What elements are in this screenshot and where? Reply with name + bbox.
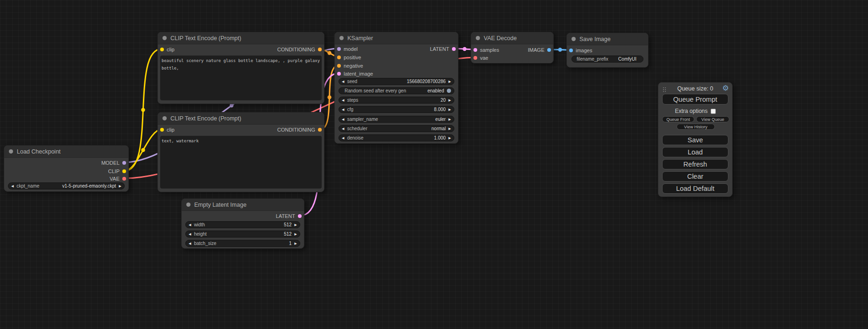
node-collapse-dot[interactable]: [162, 36, 167, 40]
refresh-button[interactable]: Refresh: [662, 159, 728, 169]
toggle-dot[interactable]: [447, 89, 451, 93]
slot-dot-conditioning[interactable]: [318, 128, 322, 132]
increment-arrow-icon[interactable]: ▶: [295, 223, 297, 226]
decrement-arrow-icon[interactable]: ◀: [342, 136, 344, 140]
slot-dot-conditioning[interactable]: [318, 48, 322, 51]
output-slot-conditioning[interactable]: CONDITIONING: [277, 126, 322, 133]
increment-arrow-icon[interactable]: ▶: [449, 80, 451, 83]
increment-arrow-icon[interactable]: ▶: [119, 184, 121, 188]
widget-height[interactable]: ◀ height 512 ▶: [185, 231, 300, 238]
slot-dot-vae[interactable]: [473, 56, 477, 60]
node-title-bar[interactable]: Load Checkpoint: [4, 146, 128, 158]
widget-batch-size[interactable]: ◀ batch_size 1 ▶: [185, 240, 300, 247]
node-title-bar[interactable]: CLIP Text Encode (Prompt): [158, 32, 324, 44]
output-slot-clip[interactable]: CLIP: [108, 168, 126, 175]
decrement-arrow-icon[interactable]: ◀: [11, 184, 14, 188]
widget-random-seed-toggle[interactable]: Random seed after every gen enabled: [339, 87, 454, 94]
node-clip-text-encode-positive[interactable]: CLIP Text Encode (Prompt) clip CONDITION…: [157, 32, 325, 104]
input-slot-vae[interactable]: vae: [473, 55, 488, 61]
node-load-checkpoint[interactable]: Load Checkpoint MODEL CLIP VAE ◀ ckpt_na…: [4, 145, 129, 192]
output-slot-latent[interactable]: LATENT: [430, 46, 456, 52]
input-slot-negative[interactable]: negative: [337, 63, 363, 69]
decrement-arrow-icon[interactable]: ◀: [189, 232, 191, 236]
input-slot-clip[interactable]: clip: [160, 126, 175, 133]
view-queue-button[interactable]: View Queue: [696, 116, 729, 122]
input-slot-images[interactable]: images: [569, 47, 592, 54]
save-button[interactable]: Save: [662, 135, 728, 145]
widget-sampler-name[interactable]: ◀ sampler_name euler ▶: [339, 116, 454, 123]
node-empty-latent-image[interactable]: Empty Latent Image LATENT ◀ width 512 ▶ …: [181, 198, 304, 249]
slot-dot-positive[interactable]: [337, 56, 341, 59]
prompt-textarea[interactable]: beautiful scenery nature glass bottle la…: [160, 56, 322, 100]
slot-dot-model[interactable]: [122, 161, 126, 165]
increment-arrow-icon[interactable]: ▶: [295, 232, 297, 236]
node-vae-decode[interactable]: VAE Decode samples vae IMAGE: [471, 32, 554, 63]
decrement-arrow-icon[interactable]: ◀: [342, 108, 344, 111]
node-collapse-dot[interactable]: [572, 37, 576, 41]
slot-dot-model[interactable]: [337, 47, 341, 51]
decrement-arrow-icon[interactable]: ◀: [189, 223, 191, 226]
slot-dot-clip[interactable]: [160, 128, 164, 132]
node-collapse-dot[interactable]: [9, 149, 13, 154]
slot-dot-clip[interactable]: [160, 48, 164, 51]
node-title-bar[interactable]: Empty Latent Image: [182, 199, 304, 211]
widget-width[interactable]: ◀ width 512 ▶: [185, 221, 300, 228]
input-slot-model[interactable]: model: [337, 46, 358, 52]
prompt-textarea[interactable]: text, watermark: [160, 136, 322, 189]
slot-dot-samples[interactable]: [473, 48, 477, 52]
widget-denoise[interactable]: ◀ denoise 1.000 ▶: [339, 134, 454, 141]
node-title-bar[interactable]: CLIP Text Encode (Prompt): [158, 112, 324, 125]
extra-options-checkbox[interactable]: [711, 109, 716, 114]
node-clip-text-encode-negative[interactable]: CLIP Text Encode (Prompt) clip CONDITION…: [157, 112, 325, 192]
increment-arrow-icon[interactable]: ▶: [449, 118, 451, 121]
queue-front-button[interactable]: Queue Front: [662, 116, 694, 122]
decrement-arrow-icon[interactable]: ◀: [342, 118, 344, 121]
decrement-arrow-icon[interactable]: ◀: [342, 80, 344, 83]
node-collapse-dot[interactable]: [339, 36, 344, 40]
decrement-arrow-icon[interactable]: ◀: [342, 98, 344, 102]
decrement-arrow-icon[interactable]: ◀: [189, 242, 191, 245]
queue-prompt-button[interactable]: Queue Prompt: [662, 94, 728, 105]
slot-dot-latent[interactable]: [298, 214, 302, 218]
settings-gear-icon[interactable]: ⚙: [722, 84, 729, 93]
slot-dot-latent[interactable]: [452, 47, 456, 51]
input-slot-samples[interactable]: samples: [473, 47, 499, 53]
slot-dot-images[interactable]: [569, 49, 573, 52]
widget-scheduler[interactable]: ◀ scheduler normal ▶: [339, 125, 454, 132]
load-default-button[interactable]: Load Default: [662, 183, 728, 194]
load-button[interactable]: Load: [662, 147, 728, 157]
slot-dot-negative[interactable]: [337, 64, 341, 68]
slot-dot-clip[interactable]: [122, 169, 126, 173]
slot-dot-vae[interactable]: [122, 177, 126, 181]
output-slot-conditioning[interactable]: CONDITIONING: [277, 46, 322, 53]
increment-arrow-icon[interactable]: ▶: [295, 242, 297, 245]
clear-button[interactable]: Clear: [662, 171, 728, 182]
increment-arrow-icon[interactable]: ▶: [449, 127, 451, 130]
increment-arrow-icon[interactable]: ▶: [449, 136, 451, 140]
output-slot-latent[interactable]: LATENT: [276, 213, 302, 219]
view-history-button[interactable]: View History: [677, 124, 715, 130]
node-collapse-dot[interactable]: [162, 116, 167, 120]
node-title-bar[interactable]: KSampler: [335, 32, 458, 44]
node-collapse-dot[interactable]: [476, 36, 480, 40]
node-save-image[interactable]: Save Image images filename_prefix ComfyU…: [566, 33, 649, 68]
widget-cfg[interactable]: ◀ cfg 8.000 ▶: [339, 106, 454, 113]
output-slot-image[interactable]: IMAGE: [528, 47, 551, 53]
input-slot-clip[interactable]: clip: [160, 46, 175, 53]
output-slot-model[interactable]: MODEL: [101, 160, 126, 166]
input-slot-positive[interactable]: positive: [337, 54, 361, 61]
node-collapse-dot[interactable]: [186, 203, 191, 207]
slot-dot-image[interactable]: [547, 48, 551, 52]
increment-arrow-icon[interactable]: ▶: [449, 108, 451, 111]
decrement-arrow-icon[interactable]: ◀: [342, 127, 344, 130]
increment-arrow-icon[interactable]: ▶: [449, 98, 451, 102]
slot-dot-latent-image[interactable]: [337, 72, 341, 76]
widget-seed[interactable]: ◀ seed 156680208700286 ▶: [339, 78, 454, 85]
node-title-bar[interactable]: VAE Decode: [471, 32, 553, 44]
node-ksampler[interactable]: KSampler model positive negative latent_…: [334, 32, 459, 144]
widget-steps[interactable]: ◀ steps 20 ▶: [339, 97, 454, 104]
output-slot-vae[interactable]: VAE: [110, 175, 126, 182]
widget-ckpt-name[interactable]: ◀ ckpt_name v1-5-pruned-emaonly.ckpt ▶: [8, 182, 125, 189]
node-title-bar[interactable]: Save Image: [567, 33, 648, 45]
input-slot-latent-image[interactable]: latent_image: [337, 70, 373, 77]
